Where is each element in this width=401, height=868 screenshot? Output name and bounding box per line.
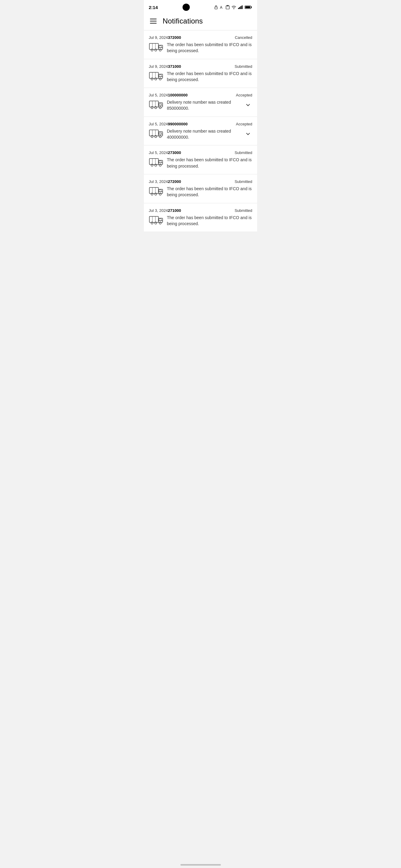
notification-order: 273000 [168, 150, 181, 155]
svg-rect-12 [159, 46, 162, 48]
notification-body: The order has been submitted to IFCO and… [149, 215, 252, 227]
status-bar: 2:14 A [144, 0, 257, 13]
svg-rect-64 [149, 216, 159, 222]
notification-header-row: Jul 9, 2024 371000 Submitted [149, 64, 252, 69]
svg-rect-9 [245, 6, 250, 8]
battery-icon [245, 5, 252, 9]
svg-rect-19 [149, 72, 159, 79]
truck-icon [149, 42, 163, 53]
signal-icon [238, 5, 243, 9]
truck-icon [149, 71, 163, 82]
notification-body: The order has been submitted to IFCO and… [149, 186, 252, 198]
svg-rect-48 [159, 161, 162, 163]
notification-status: Submitted [234, 179, 252, 184]
notification-order: 372000 [168, 35, 181, 40]
clipboard-icon [226, 5, 230, 9]
notification-order: 272000 [168, 179, 181, 184]
notification-status: Submitted [234, 64, 252, 69]
notification-message: The order has been submitted to IFCO and… [167, 215, 252, 227]
notification-list: Jul 9, 2024 372000 Cancelled The order h… [144, 30, 257, 231]
chevron-down-icon [245, 102, 251, 108]
notification-status: Cancelled [235, 35, 252, 40]
notification-order: 271000 [168, 208, 181, 213]
notification-body: The order has been submitted to IFCO and… [149, 70, 252, 83]
notification-header-row: Jul 3, 2024 272000 Submitted [149, 179, 252, 184]
svg-rect-57 [159, 190, 162, 192]
svg-rect-46 [149, 158, 159, 164]
notification-card: Jul 9, 2024 371000 Submitted The order h… [144, 59, 257, 88]
notification-message: Delivery note number was created 8500000… [167, 99, 240, 112]
notification-status: Submitted [234, 150, 252, 155]
notification-message: The order has been submitted to IFCO and… [167, 70, 252, 83]
truck-icon [149, 129, 163, 140]
notification-date: Jul 5, 2024 [149, 150, 168, 155]
svg-text:A: A [220, 5, 222, 9]
truck-icon [149, 100, 163, 111]
status-icons: A [214, 5, 252, 9]
truck-icon [149, 157, 163, 168]
notification-date: Jul 3, 2024 [149, 208, 168, 213]
notification-body: Delivery note number was created 8500000… [149, 99, 252, 112]
notification-card: Jul 5, 2024 990000000 Accepted Delivery … [144, 117, 257, 145]
notification-header-row: Jul 5, 2024 990000000 Accepted [149, 122, 252, 126]
notification-header-row: Jul 5, 2024 100000000 Accepted [149, 93, 252, 97]
svg-rect-21 [159, 75, 162, 76]
notification-body: The order has been submitted to IFCO and… [149, 41, 252, 54]
notification-date: Jul 3, 2024 [149, 179, 168, 184]
camera-notch [182, 4, 190, 11]
notification-header-row: Jul 5, 2024 273000 Submitted [149, 150, 252, 155]
expand-button[interactable] [244, 130, 252, 138]
wifi-icon [231, 5, 236, 9]
svg-rect-55 [149, 187, 159, 193]
svg-rect-10 [149, 43, 159, 50]
notification-card: Jul 5, 2024 273000 Submitted The order h… [144, 146, 257, 174]
svg-rect-28 [149, 101, 159, 107]
notification-date: Jul 9, 2024 [149, 35, 168, 40]
notification-message: Delivery note number was created 4000000… [167, 128, 240, 141]
notification-card: Jul 5, 2024 100000000 Accepted Delivery … [144, 88, 257, 116]
notification-date: Jul 5, 2024 [149, 122, 168, 126]
lock-icon [214, 5, 218, 9]
chevron-down-icon [245, 131, 251, 137]
svg-rect-30 [159, 103, 162, 105]
notification-status: Accepted [236, 122, 252, 126]
notification-message: The order has been submitted to IFCO and… [167, 186, 252, 198]
page-title: Notifications [163, 17, 203, 25]
truck-icon [149, 215, 163, 226]
notification-order: 100000000 [168, 93, 188, 97]
notification-card: Jul 3, 2024 272000 Submitted The order h… [144, 175, 257, 203]
notification-message: The order has been submitted to IFCO and… [167, 41, 252, 54]
svg-rect-39 [159, 132, 162, 134]
notification-order: 371000 [168, 64, 181, 69]
svg-rect-0 [215, 7, 217, 9]
app-header: Notifications [144, 13, 257, 30]
svg-rect-7 [242, 5, 242, 9]
svg-rect-4 [238, 8, 239, 9]
svg-rect-37 [149, 130, 159, 136]
notification-body: Delivery note number was created 4000000… [149, 128, 252, 141]
svg-rect-66 [159, 219, 162, 221]
notification-header-row: Jul 3, 2024 271000 Submitted [149, 208, 252, 213]
notification-header-row: Jul 9, 2024 372000 Cancelled [149, 35, 252, 40]
expand-button[interactable] [244, 101, 252, 110]
status-time: 2:14 [149, 5, 158, 10]
notification-date: Jul 5, 2024 [149, 93, 168, 97]
notification-status: Accepted [236, 93, 252, 97]
hamburger-menu-button[interactable] [149, 18, 158, 25]
svg-rect-6 [240, 6, 241, 9]
svg-rect-5 [239, 7, 240, 9]
truck-icon [149, 186, 163, 197]
notification-status: Submitted [234, 208, 252, 213]
notification-card: Jul 9, 2024 372000 Cancelled The order h… [144, 30, 257, 59]
keyboard-icon: A [220, 5, 224, 9]
notification-card: Jul 3, 2024 271000 Submitted The order h… [144, 204, 257, 232]
notification-body: The order has been submitted to IFCO and… [149, 157, 252, 169]
notification-order: 990000000 [168, 122, 188, 126]
notification-message: The order has been submitted to IFCO and… [167, 157, 252, 169]
notification-date: Jul 9, 2024 [149, 64, 168, 69]
